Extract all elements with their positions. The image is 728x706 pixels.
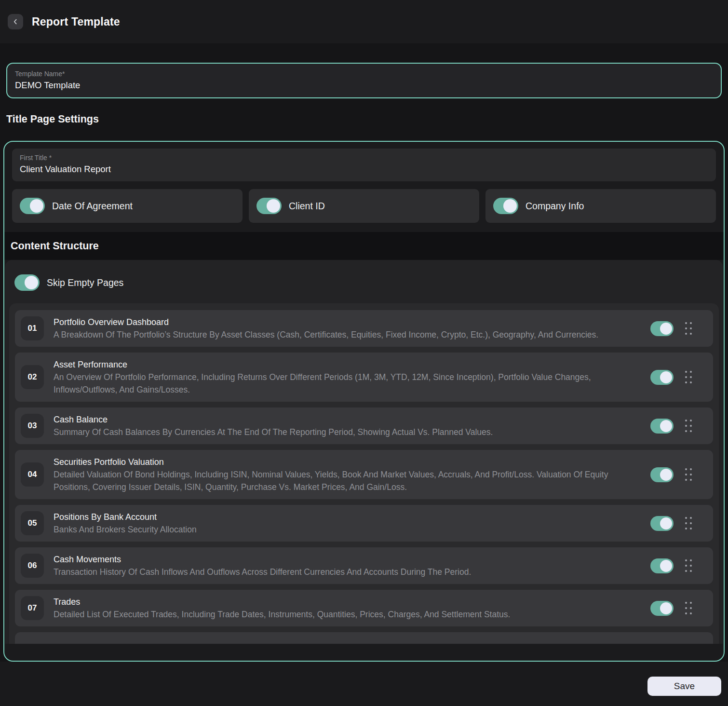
first-title-value: Client Valuation Report <box>20 163 708 175</box>
save-button[interactable]: Save <box>647 677 721 696</box>
item-number-badge: 02 <box>21 365 44 389</box>
toggle-card-date-of-agreement[interactable]: Date Of Agreement <box>12 189 243 223</box>
item-text: Asset Performance An Overview Of Portfol… <box>54 358 641 396</box>
drag-handle-icon[interactable] <box>683 515 694 531</box>
toggle-knob <box>30 199 43 213</box>
item-text: Trades Detailed List Of Executed Trades,… <box>54 596 641 621</box>
toggle-switch[interactable] <box>493 198 518 214</box>
toggle-card-company-info[interactable]: Company Info <box>485 189 716 223</box>
template-name-value: DEMO Template <box>15 80 713 91</box>
item-text: Cash Balance Summary Of Cash Balances By… <box>54 413 641 438</box>
drag-handle-icon[interactable] <box>683 369 694 385</box>
content-item-row: 06 Cash Movements Transaction History Of… <box>15 547 713 584</box>
content-items-list: 01 Portfolio Overview Dashboard A Breakd… <box>9 303 719 644</box>
toggle-knob <box>660 420 672 432</box>
item-toggle[interactable] <box>650 467 674 482</box>
item-text: Positions By Bank Account Banks And Brok… <box>54 511 641 536</box>
item-toggle[interactable] <box>650 516 674 531</box>
item-number-badge: 07 <box>21 596 44 620</box>
item-title: Trades <box>54 596 641 608</box>
item-text: Cash Movements Transaction History Of Ca… <box>54 553 641 578</box>
item-description: Detailed List Of Executed Trades, Includ… <box>54 608 641 621</box>
item-description: Summary Of Cash Balances By Currencies A… <box>54 426 641 438</box>
toggle-knob <box>660 469 672 481</box>
toggle-knob <box>660 517 672 530</box>
toggle-card-label: Company Info <box>526 201 584 212</box>
toggle-knob <box>660 560 672 572</box>
toggle-card-client-id[interactable]: Client ID <box>249 189 479 223</box>
skip-empty-pages-label: Skip Empty Pages <box>47 277 123 288</box>
item-description: Transaction History Of Cash Inflows And … <box>54 566 641 578</box>
item-toggle[interactable] <box>650 419 674 434</box>
content-item-row: 03 Cash Balance Summary Of Cash Balances… <box>15 407 713 444</box>
item-title: Portfolio Overview Dashboard <box>54 316 641 328</box>
settings-box: First Title * Client Valuation Report Da… <box>3 141 725 662</box>
template-name-label: Template Name* <box>15 69 713 78</box>
content-item-row: 01 Portfolio Overview Dashboard A Breakd… <box>15 310 713 347</box>
item-toggle[interactable] <box>650 558 674 573</box>
toggle-knob <box>25 276 38 289</box>
content-item-row: 05 Positions By Bank Account Banks And B… <box>15 505 713 542</box>
item-title: Positions By Bank Account <box>54 511 641 523</box>
item-description: A Breakdown Of The Portfolio’s Structure… <box>54 328 641 341</box>
template-name-field[interactable]: Template Name* DEMO Template <box>6 63 722 98</box>
item-description: An Overview Of Portfolio Performance, In… <box>54 371 641 396</box>
toggle-switch[interactable] <box>20 198 45 214</box>
content-item-row-partial <box>15 632 713 644</box>
item-text: Portfolio Overview Dashboard A Breakdown… <box>54 316 641 341</box>
toggle-card-label: Client ID <box>289 201 325 212</box>
item-number-badge: 05 <box>21 511 44 535</box>
skip-empty-pages-toggle[interactable] <box>14 274 40 291</box>
item-title: Cash Movements <box>54 553 641 566</box>
drag-handle-icon[interactable] <box>683 418 694 434</box>
item-title: Asset Performance <box>54 358 641 371</box>
content-item-row: 07 Trades Detailed List Of Executed Trad… <box>15 590 713 626</box>
content-item-row: 04 Securities Portfolio Valuation Detail… <box>15 450 713 499</box>
title-page-toggle-row: Date Of Agreement Client ID Company Info <box>12 189 716 223</box>
item-title: Cash Balance <box>54 413 641 426</box>
header: Report Template <box>0 0 728 43</box>
item-toggle[interactable] <box>650 370 674 385</box>
content-structure-heading: Content Structure <box>11 240 717 252</box>
drag-handle-icon[interactable] <box>683 466 694 483</box>
first-title-field[interactable]: First Title * Client Valuation Report <box>12 149 716 181</box>
toggle-knob <box>503 199 517 213</box>
item-description: Detailed Valuation Of Bond Holdings, Inc… <box>54 468 641 493</box>
toggle-knob <box>660 371 672 383</box>
skip-empty-pages-row[interactable]: Skip Empty Pages <box>5 274 723 303</box>
content-structure-band: Content Structure <box>4 232 724 260</box>
item-description: Banks And Brokers Security Allocation <box>54 523 641 536</box>
back-button[interactable] <box>8 14 23 29</box>
footer-bar: Save <box>0 662 728 706</box>
drag-handle-icon[interactable] <box>683 600 694 616</box>
toggle-knob <box>267 199 280 213</box>
item-title: Securities Portfolio Valuation <box>54 456 641 468</box>
item-toggle[interactable] <box>650 601 674 616</box>
item-number-badge: 04 <box>21 462 44 487</box>
page-title: Report Template <box>32 15 120 28</box>
first-title-label: First Title * <box>20 153 708 162</box>
item-toggle[interactable] <box>650 321 674 336</box>
toggle-switch[interactable] <box>256 198 282 214</box>
content-item-row: 02 Asset Performance An Overview Of Port… <box>15 353 713 402</box>
item-number-badge: 06 <box>21 554 44 578</box>
item-text: Securities Portfolio Valuation Detailed … <box>54 456 641 493</box>
toggle-card-label: Date Of Agreement <box>52 201 133 212</box>
title-page-settings-heading: Title Page Settings <box>6 113 722 125</box>
chevron-left-icon <box>12 18 19 26</box>
item-number-badge: 03 <box>21 414 44 438</box>
drag-handle-icon[interactable] <box>683 557 694 574</box>
content-structure-panel: Skip Empty Pages 01 Portfolio Overview D… <box>5 260 723 644</box>
item-number-badge: 01 <box>21 316 44 340</box>
drag-handle-icon[interactable] <box>683 320 694 337</box>
toggle-knob <box>660 602 672 614</box>
toggle-knob <box>660 323 672 335</box>
